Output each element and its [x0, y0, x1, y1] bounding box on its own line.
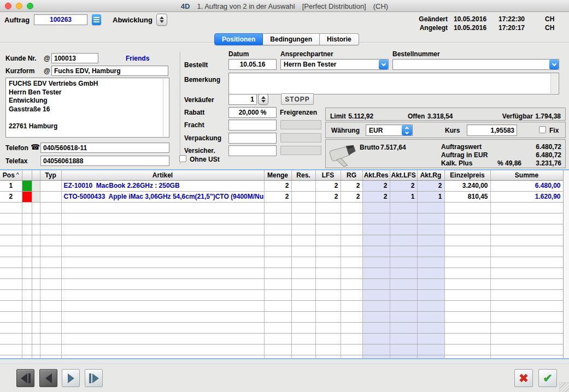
- telefax-input[interactable]: [40, 156, 169, 166]
- address-scrollbar[interactable]: [163, 79, 168, 136]
- cancel-button[interactable]: ✖: [514, 369, 533, 387]
- cell-res[interactable]: [291, 180, 315, 191]
- cell-einzelpreis[interactable]: 810,45: [444, 191, 490, 202]
- chevron-down-icon[interactable]: [549, 60, 559, 69]
- bemerkung-scrollbar[interactable]: [550, 74, 558, 93]
- last-record-button[interactable]: [85, 369, 103, 387]
- cell-summe: [490, 235, 563, 246]
- cell-akt_res[interactable]: 2: [362, 180, 390, 191]
- chevron-down-icon[interactable]: [379, 60, 388, 69]
- cell-summe: [490, 268, 563, 278]
- fracht-input[interactable]: [228, 120, 277, 130]
- versicherung-input[interactable]: [228, 145, 277, 156]
- fix-checkbox[interactable]: [539, 126, 546, 133]
- cell-artikel[interactable]: CTO-5000433 Apple iMac 3,06GHz 54,6cm(21…: [61, 191, 264, 202]
- kunde-nr-input[interactable]: [51, 53, 98, 63]
- column-header-pad[interactable]: [32, 170, 40, 180]
- ansprechpartner-dropdown[interactable]: Herrn Ben Tester: [280, 59, 389, 70]
- cell-summe[interactable]: 6.480,00: [490, 180, 563, 191]
- column-header-akt_lfs[interactable]: Akt.LFS: [390, 170, 417, 180]
- cell-artikel[interactable]: EZ-10010 MacBook 2.26GHz : 250GB: [61, 180, 264, 191]
- bestellt-datum-input[interactable]: [228, 59, 277, 70]
- cell-pos[interactable]: 2: [0, 191, 22, 202]
- verkaeufer-stepper[interactable]: [258, 94, 268, 105]
- position-row-2[interactable]: 2CTO-5000433 Apple iMac 3,06GHz 54,6cm(2…: [0, 191, 563, 202]
- cell-lfs[interactable]: 2: [315, 191, 341, 202]
- column-header-summe[interactable]: Summe: [490, 170, 563, 180]
- phone-icon[interactable]: ☎: [31, 143, 40, 151]
- stopp-button[interactable]: STOPP: [281, 93, 314, 105]
- column-header-res[interactable]: Res.: [291, 170, 315, 180]
- cell-menge[interactable]: 2: [264, 180, 291, 191]
- customer-address-textarea[interactable]: FUCHS EDV Vertriebs GmbH Herrn Ben Teste…: [5, 78, 169, 138]
- up-down-chevron-icon[interactable]: [402, 125, 412, 135]
- cell-menge: [264, 300, 291, 311]
- cell-summe[interactable]: 1.620,90: [490, 191, 563, 202]
- status-green-indicator[interactable]: [22, 180, 32, 191]
- cell-lfs: [315, 278, 341, 289]
- next-record-button[interactable]: [62, 369, 80, 387]
- column-header-akt_res[interactable]: Akt.Res: [362, 170, 390, 180]
- kurs-input[interactable]: [467, 124, 517, 136]
- cell-akt_lfs: [390, 355, 417, 359]
- cell-artikel: [61, 246, 264, 257]
- position-row-1[interactable]: 1EZ-10010 MacBook 2.26GHz : 250GB2222223…: [0, 180, 563, 191]
- telefon-input[interactable]: [40, 142, 169, 153]
- kurzform-input[interactable]: [51, 66, 168, 76]
- cell-akt_lfs: [390, 333, 417, 344]
- cell-res: [291, 213, 315, 224]
- verpackung-input[interactable]: [228, 133, 277, 144]
- ok-button[interactable]: ✔: [538, 369, 557, 387]
- cell-akt_rg[interactable]: 1: [417, 191, 444, 202]
- waehrung-popup[interactable]: EUR: [366, 124, 413, 136]
- window-resize-grip[interactable]: [559, 382, 569, 392]
- cell-einzelpreis: [444, 344, 490, 355]
- column-header-artikel[interactable]: Artikel: [61, 170, 264, 180]
- cell-akt_lfs[interactable]: 1: [390, 191, 417, 202]
- versicherung-label: Versicher.: [184, 147, 215, 155]
- column-header-pos[interactable]: Pos ^: [0, 170, 22, 180]
- cell-rg: [341, 289, 362, 300]
- first-record-button[interactable]: [16, 369, 34, 387]
- cell-akt_rg[interactable]: 2: [417, 180, 444, 191]
- bestellnummer-dropdown[interactable]: [392, 59, 559, 70]
- cell-res[interactable]: [291, 191, 315, 202]
- column-header-menge[interactable]: Menge: [264, 170, 291, 180]
- tab-bedingungen[interactable]: Bedingungen: [263, 33, 320, 45]
- tab-positionen[interactable]: Positionen: [214, 33, 263, 45]
- cell-einzelpreis[interactable]: 3.240,00: [444, 180, 490, 191]
- tab-historie[interactable]: Historie: [320, 33, 359, 45]
- column-header-status[interactable]: [22, 170, 32, 180]
- ohne-ust-checkbox[interactable]: [179, 155, 186, 162]
- column-header-lfs[interactable]: LFS: [315, 170, 341, 180]
- cell-typ: [40, 322, 61, 333]
- customer-group-link[interactable]: Friends: [126, 55, 149, 62]
- column-header-einzelpreis[interactable]: Einzelpreis: [444, 170, 490, 180]
- cell-lfs[interactable]: 2: [315, 180, 341, 191]
- cell-akt_lfs: [390, 224, 417, 235]
- previous-record-button[interactable]: [39, 369, 57, 387]
- order-list-icon[interactable]: [92, 14, 101, 25]
- cell-res: [291, 300, 315, 311]
- cell-menge[interactable]: 2: [264, 191, 291, 202]
- cell-typ[interactable]: [40, 191, 61, 202]
- column-header-rg[interactable]: RG: [341, 170, 362, 180]
- cell-akt_lfs[interactable]: 2: [390, 180, 417, 191]
- cell-typ[interactable]: [40, 180, 61, 191]
- auftrag-number-input[interactable]: [34, 14, 87, 25]
- column-header-typ[interactable]: Typ: [40, 170, 61, 180]
- verkaeufer-input[interactable]: [228, 94, 257, 105]
- status-red-indicator[interactable]: [22, 191, 32, 202]
- table-scrollbar[interactable]: [563, 170, 569, 358]
- rabatt-input[interactable]: [228, 107, 277, 118]
- bemerkung-textarea[interactable]: [228, 73, 559, 94]
- cell-rg[interactable]: 2: [341, 191, 362, 202]
- cell-status: [22, 300, 32, 311]
- cell-pos[interactable]: 1: [0, 180, 22, 191]
- cell-pad[interactable]: [32, 180, 40, 191]
- cell-akt_res[interactable]: 2: [362, 191, 390, 202]
- cell-rg[interactable]: 2: [341, 180, 362, 191]
- cell-pad[interactable]: [32, 191, 40, 202]
- column-header-akt_rg[interactable]: Akt.Rg: [417, 170, 444, 180]
- abwicklung-stepper[interactable]: [156, 14, 167, 26]
